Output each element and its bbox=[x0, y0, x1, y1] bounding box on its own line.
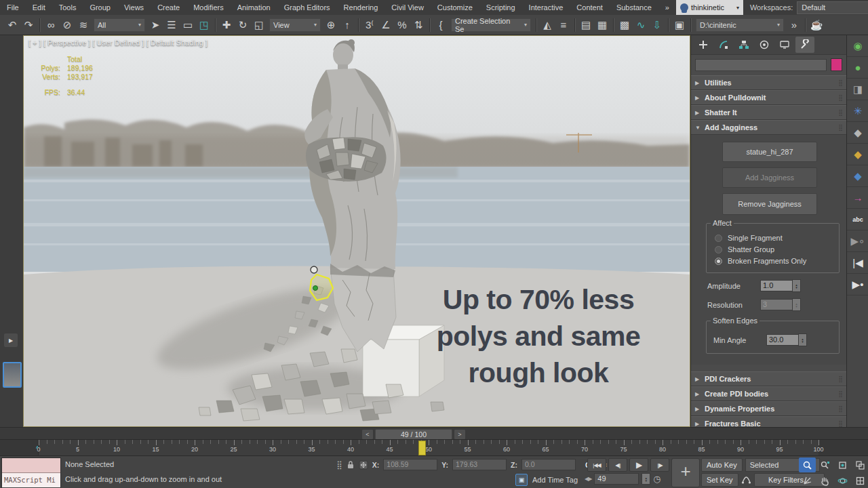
play-gear-icon[interactable]: ▶∘ bbox=[847, 230, 868, 252]
align-icon[interactable]: ≡ bbox=[555, 17, 572, 33]
abc-icon[interactable]: abc bbox=[847, 209, 868, 230]
rollout-pdi-crackers[interactable]: ▶PDI Crackers⣿ bbox=[691, 371, 846, 386]
menu-graph-editors[interactable]: Graph Editors bbox=[277, 0, 337, 15]
amplitude-spinner[interactable]: ▴▾ bbox=[792, 279, 801, 292]
object-color-swatch[interactable] bbox=[831, 58, 842, 71]
view-dropdown[interactable]: View▾ bbox=[269, 18, 321, 32]
tab-hierarchy[interactable] bbox=[734, 37, 753, 53]
menu-substance[interactable]: Substance bbox=[610, 0, 658, 15]
previous-frame-button[interactable]: < bbox=[361, 429, 374, 440]
previous-frame-button[interactable]: ◀|| bbox=[608, 458, 627, 472]
radio-dot[interactable] bbox=[715, 246, 722, 253]
move-icon[interactable]: ✚ bbox=[218, 17, 235, 33]
curve-icon[interactable]: ∿ bbox=[633, 17, 649, 33]
rollout-about-pulldownit[interactable]: ▶About Pulldownit⣿ bbox=[691, 90, 846, 105]
workspace-select[interactable]: Default ▾ bbox=[797, 1, 868, 14]
all-dropdown[interactable]: All▾ bbox=[94, 18, 145, 32]
auto-key-button[interactable]: Auto Key bbox=[701, 458, 743, 472]
time-configuration-icon[interactable]: ◷ bbox=[653, 474, 660, 484]
maxscript-mini-listener[interactable]: MAXScript Mi bbox=[1, 458, 61, 488]
manipulate-icon[interactable]: ↑ bbox=[339, 17, 355, 33]
named-sets-icon[interactable]: { bbox=[433, 17, 449, 33]
absolute-offset-toggle-icon[interactable] bbox=[359, 460, 368, 470]
snap-percent-icon[interactable]: % bbox=[394, 17, 410, 33]
next-frame-button[interactable]: > bbox=[454, 429, 466, 440]
min-angle-field[interactable]: 30.0 bbox=[766, 334, 798, 346]
perspective-viewport[interactable]: [ + ] [ Perspective ] [ User Defined ] [… bbox=[23, 35, 690, 427]
rotate-icon[interactable]: ↻ bbox=[235, 17, 251, 33]
rollout-utilities[interactable]: ▶Utilities⣿ bbox=[691, 75, 846, 90]
signin-dropdown[interactable]: thinkinetic ▾ bbox=[676, 0, 743, 15]
rollout-shatter-it[interactable]: ▶Shatter It⣿ bbox=[691, 105, 846, 120]
zoom-extents-icon[interactable] bbox=[834, 458, 851, 472]
tab-modify[interactable] bbox=[714, 37, 733, 53]
menu-customize[interactable]: Customize bbox=[431, 0, 479, 15]
radio-single-fragment[interactable]: Single Fragment bbox=[715, 234, 831, 242]
menu-edit[interactable]: Edit bbox=[26, 0, 52, 15]
tab-display[interactable] bbox=[775, 37, 794, 53]
render-frame-icon[interactable]: ⇩ bbox=[649, 17, 665, 33]
menu--[interactable]: » bbox=[658, 0, 676, 15]
viewport-layout-thumbnail[interactable] bbox=[3, 362, 22, 388]
radio-dot[interactable] bbox=[715, 258, 722, 265]
impact-burst-icon[interactable]: ✳ bbox=[847, 100, 868, 122]
pivot-icon[interactable]: ⊕ bbox=[323, 17, 339, 33]
unlink-icon[interactable]: ⊘ bbox=[59, 17, 75, 33]
fracture-cube-yellow-icon[interactable]: ◆ bbox=[847, 144, 868, 165]
remove-jagginess-button[interactable]: Remove Jagginess bbox=[722, 193, 817, 215]
zoom-all-icon[interactable] bbox=[816, 458, 833, 472]
current-frame-marker[interactable] bbox=[418, 441, 426, 455]
radio-dot[interactable] bbox=[715, 235, 722, 242]
time-slider-handle[interactable]: < 49 / 100 > bbox=[361, 429, 466, 439]
maxscript-pink-row[interactable] bbox=[2, 458, 60, 473]
amplitude-field[interactable]: 1.0 bbox=[760, 280, 792, 291]
object-name-field[interactable] bbox=[695, 59, 827, 71]
chevrons-icon[interactable]: » bbox=[786, 17, 802, 33]
z-field[interactable]: 0.0 bbox=[521, 459, 576, 470]
mirror-icon[interactable]: ◭ bbox=[539, 17, 555, 33]
fracture-cube-color-icon[interactable]: ◆ bbox=[847, 165, 868, 187]
broom-icon[interactable]: ◨ bbox=[847, 79, 868, 100]
set-keys-button[interactable]: + bbox=[671, 458, 700, 487]
pin-tool-icon[interactable]: ● bbox=[847, 57, 868, 79]
time-slider[interactable]: < 49 / 100 > bbox=[0, 427, 868, 440]
orbit-icon[interactable] bbox=[834, 473, 851, 488]
play-dot-icon[interactable]: ▶• bbox=[847, 274, 868, 296]
scale-icon[interactable]: ◱ bbox=[251, 17, 267, 33]
selection-set-dropdown[interactable]: Create Selection Se▾ bbox=[451, 18, 531, 32]
x-field[interactable]: 108.59 bbox=[383, 459, 437, 470]
set-key-button[interactable]: Set Key bbox=[701, 473, 738, 487]
menu-animation[interactable]: Animation bbox=[231, 0, 277, 15]
rock-arrow-icon[interactable]: → bbox=[847, 187, 868, 209]
region-icon[interactable]: ▭ bbox=[180, 17, 196, 33]
rollout-dynamic-properties[interactable]: ▶Dynamic Properties⣿ bbox=[691, 401, 846, 416]
add-jagginess-button[interactable]: Add Jagginess bbox=[722, 167, 817, 188]
bind-icon[interactable]: ≋ bbox=[75, 17, 92, 33]
fracture-cube-gray-icon[interactable]: ◆ bbox=[847, 122, 868, 144]
menu-create[interactable]: Create bbox=[151, 0, 186, 15]
y-field[interactable]: 179.63 bbox=[452, 459, 507, 470]
snap3-icon[interactable]: 3⁽ bbox=[361, 17, 378, 33]
region-mode-icon[interactable]: ◳ bbox=[196, 17, 212, 33]
go-to-start-button[interactable]: |◀◀ bbox=[587, 458, 606, 472]
menu-content[interactable]: Content bbox=[570, 0, 610, 15]
menu-file[interactable]: File bbox=[0, 0, 26, 15]
undo-icon[interactable]: ↶ bbox=[4, 17, 20, 33]
menu-tools[interactable]: Tools bbox=[52, 0, 83, 15]
keyable-icon[interactable] bbox=[741, 475, 751, 485]
current-frame-readout[interactable]: 49 / 100 bbox=[375, 429, 452, 440]
add-time-tag[interactable]: Add Time Tag bbox=[532, 476, 578, 484]
field-of-view-icon[interactable] bbox=[799, 473, 816, 488]
menu-interactive[interactable]: Interactive bbox=[522, 0, 570, 15]
next-frame-button[interactable]: ||▶ bbox=[650, 458, 669, 472]
material-icon[interactable]: ▩ bbox=[616, 17, 633, 33]
explorer-icon[interactable]: ▦ bbox=[594, 17, 610, 33]
zoom-icon[interactable] bbox=[799, 458, 816, 472]
menu-modifiers[interactable]: Modifiers bbox=[186, 0, 231, 15]
select-icon[interactable]: ➤ bbox=[147, 17, 163, 33]
min-angle-spinner[interactable]: ▴▾ bbox=[798, 333, 807, 346]
frame-number-field[interactable]: 49 bbox=[594, 473, 639, 485]
maxscript-white-row[interactable]: MAXScript Mi bbox=[2, 473, 60, 487]
tab-utilities[interactable] bbox=[795, 37, 814, 53]
menu-views[interactable]: Views bbox=[117, 0, 151, 15]
